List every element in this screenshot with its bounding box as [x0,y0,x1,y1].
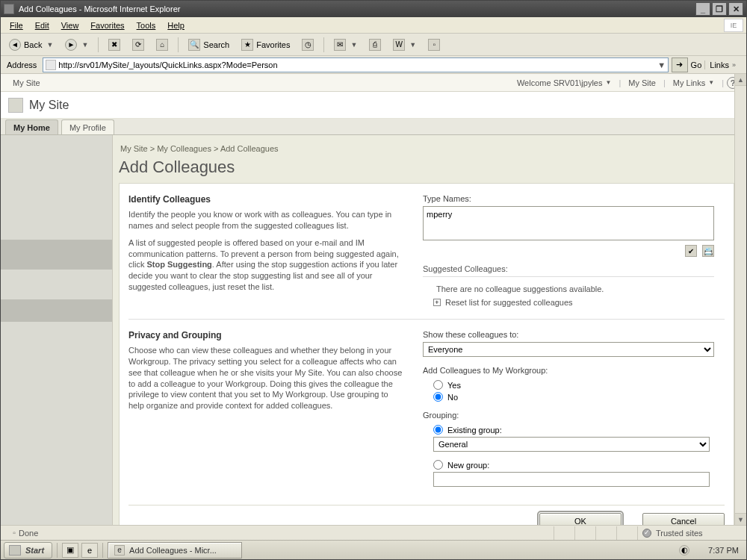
form-page: My Site > My Colleagues > Add Colleagues… [113,135,746,525]
clock[interactable]: 7:37 PM [695,546,739,555]
suggested-colleagues-label: Suggested Colleagues: [423,257,714,277]
status-text: ▫ Done [5,526,554,540]
history-button[interactable]: ◷ [297,37,319,53]
menu-view[interactable]: View [55,19,85,31]
tab-my-home[interactable]: My Home [5,119,58,134]
cancel-button[interactable]: Cancel [642,513,725,525]
page-title: Add Colleagues [119,158,734,183]
security-zone: Trusted sites [637,526,742,540]
tab-my-profile[interactable]: My Profile [61,119,114,134]
taskbar: Start ▣ e e Add Colleagues - Micr... ◐ 7… [1,540,746,559]
refresh-icon: ⟳ [132,39,144,51]
mylinks-menu[interactable]: My Links▼ [669,78,719,87]
menu-help[interactable]: Help [161,19,190,31]
quicklaunch-ie-icon[interactable]: e [81,543,98,558]
mail-button[interactable]: ✉▼ [329,37,362,53]
scroll-down-icon[interactable]: ▼ [735,513,746,525]
star-icon: ★ [241,39,253,51]
back-label: Back [24,40,42,49]
reset-suggestions-link[interactable]: Reset list for suggested colleagues [445,298,573,307]
ok-button[interactable]: OK [539,513,622,525]
page-icon [46,60,56,70]
close-button[interactable]: ✕ [728,2,743,16]
start-button[interactable]: Start [4,542,52,559]
go-label: Go [691,60,702,69]
site-root-link[interactable]: My Site [8,78,45,87]
discuss-icon: ▫ [428,39,440,51]
mysite-link[interactable]: My Site [624,78,660,87]
forward-button[interactable]: ► ▼ [60,37,93,53]
taskbar-button[interactable]: e Add Colleagues - Micr... [108,542,242,559]
browse-people-icon[interactable]: 📇 [702,245,714,257]
edit-button[interactable]: W▼ [388,37,421,53]
menu-favorites[interactable]: Favorites [84,19,130,31]
breadcrumb[interactable]: My Site > My Colleagues > Add Colleagues [119,141,734,158]
stop-button[interactable]: ✖ [103,37,125,53]
dropdown-icon[interactable]: ▼ [45,41,53,49]
dropdown-icon[interactable]: ▼ [349,41,357,49]
menu-tools[interactable]: Tools [131,19,162,31]
workgroup-yes-radio[interactable] [433,380,443,390]
page-content: My Site Welcome SRV01\jpyles▼ | My Site … [1,74,746,525]
mail-icon: ✉ [334,39,346,51]
favorites-button[interactable]: ★Favorites [236,37,295,53]
form-buttons: OK Cancel [128,505,725,525]
search-button[interactable]: 🔍Search [183,37,235,53]
section-description: Choose who can view these colleagues and… [128,345,405,411]
address-field-wrap[interactable]: ▼ [43,57,668,72]
chevron-right-icon: » [732,61,736,69]
check-names-icon[interactable]: ✔ [685,245,697,257]
show-to-label: Show these colleagues to: [423,330,725,342]
maximize-button[interactable]: ❐ [712,2,727,16]
new-group-input[interactable] [433,472,710,487]
toolbar: ◄ Back ▼ ► ▼ ✖ ⟳ ⌂ 🔍Search ★Favorites ◷ … [1,34,746,56]
print-button[interactable]: ⎙ [364,37,386,53]
tray-icon[interactable]: ◐ [679,545,689,556]
existing-group-select[interactable]: General [433,437,710,452]
show-to-select[interactable]: Everyone [423,342,714,357]
go-button[interactable]: ➜ [672,57,688,72]
history-icon: ◷ [302,39,314,51]
workgroup-no-radio[interactable] [433,392,443,402]
ie-icon [4,4,14,14]
type-names-label: Type Names: [423,194,725,206]
word-icon: W [393,39,405,51]
address-dropdown-icon[interactable]: ▼ [656,60,668,69]
stop-icon: ✖ [108,39,120,51]
discuss-button[interactable]: ▫ [423,37,445,53]
vertical-scrollbar[interactable]: ▲ ▼ [734,74,746,525]
links-label: Links [710,60,729,69]
address-label: Address [4,60,40,69]
quicklaunch-desktop-icon[interactable]: ▣ [62,543,78,558]
menu-file[interactable]: File [4,19,29,31]
home-icon: ⌂ [156,39,168,51]
search-label: Search [203,40,229,49]
menu-edit[interactable]: Edit [29,19,55,31]
window-title: Add Colleagues - Microsoft Internet Expl… [19,4,694,13]
no-suggestions-text: There are no colleague suggestions avail… [423,283,725,298]
dropdown-icon[interactable]: ▼ [408,41,416,49]
minimize-button[interactable]: _ [695,2,710,16]
existing-group-radio[interactable] [433,425,443,435]
main-area: My Site > My Colleagues > Add Colleagues… [1,135,746,525]
refresh-button[interactable]: ⟳ [127,37,149,53]
back-button[interactable]: ◄ Back ▼ [4,37,58,53]
address-input[interactable] [58,58,655,72]
expand-icon[interactable]: + [433,299,441,306]
ie-icon: e [114,545,125,556]
new-group-radio[interactable] [433,460,443,470]
search-icon: 🔍 [188,39,200,51]
existing-group-label: Existing group: [447,426,502,435]
grouping-label: Grouping: [423,411,725,423]
windows-flag-icon [9,545,21,556]
menubar: File Edit View Favorites Tools Help IE [1,17,746,34]
section-heading: Identify Colleagues [128,194,405,209]
links-toolbar[interactable]: Links » [704,60,743,69]
home-button[interactable]: ⌂ [151,37,173,53]
scroll-up-icon[interactable]: ▲ [735,74,746,86]
dropdown-icon[interactable]: ▼ [80,41,88,49]
welcome-menu[interactable]: Welcome SRV01\jpyles▼ [512,78,616,87]
workgroup-yes-label: Yes [447,381,461,390]
addressbar: Address ▼ ➜ Go Links » [1,56,746,74]
type-names-input[interactable]: mperry [423,206,714,240]
